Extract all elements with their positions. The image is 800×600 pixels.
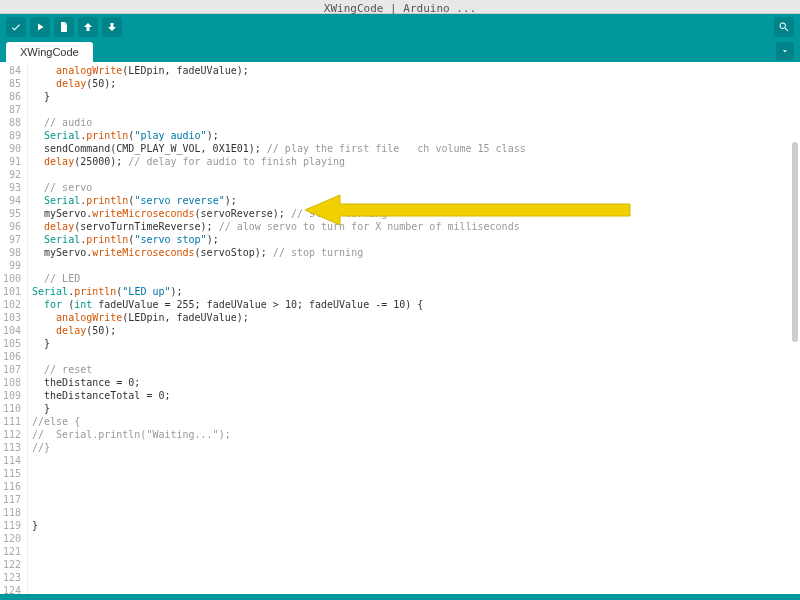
line-number: 123 xyxy=(2,571,21,584)
toolbar xyxy=(0,14,800,40)
line-number: 117 xyxy=(2,493,21,506)
line-number: 112 xyxy=(2,428,21,441)
code-line[interactable] xyxy=(32,103,796,116)
code-line[interactable]: Serial.println("servo stop"); xyxy=(32,233,796,246)
upload-button[interactable] xyxy=(30,17,50,37)
new-button[interactable] xyxy=(54,17,74,37)
line-number: 88 xyxy=(2,116,21,129)
line-number: 92 xyxy=(2,168,21,181)
code-line[interactable]: theDistanceTotal = 0; xyxy=(32,389,796,402)
check-icon xyxy=(10,21,22,33)
line-number: 118 xyxy=(2,506,21,519)
status-bar xyxy=(0,594,800,600)
code-line[interactable] xyxy=(32,480,796,493)
line-number: 106 xyxy=(2,350,21,363)
code-line[interactable] xyxy=(32,350,796,363)
line-number: 116 xyxy=(2,480,21,493)
arrow-up-icon xyxy=(82,21,94,33)
save-button[interactable] xyxy=(102,17,122,37)
code-line[interactable]: } xyxy=(32,337,796,350)
code-line[interactable]: } xyxy=(32,402,796,415)
code-line[interactable] xyxy=(32,571,796,584)
code-line[interactable]: for (int fadeUValue = 255; fadeUValue > … xyxy=(32,298,796,311)
code-line[interactable]: sendCommand(CMD_PLAY_W_VOL, 0X1E01); // … xyxy=(32,142,796,155)
tab-label: XWingCode xyxy=(20,46,79,58)
arrow-right-icon xyxy=(34,21,46,33)
arrow-down-icon xyxy=(106,21,118,33)
code-line[interactable] xyxy=(32,259,796,272)
tab-menu-button[interactable] xyxy=(776,42,794,60)
line-number: 122 xyxy=(2,558,21,571)
line-number: 102 xyxy=(2,298,21,311)
vertical-scrollbar[interactable] xyxy=(792,142,798,342)
line-number: 93 xyxy=(2,181,21,194)
search-icon xyxy=(778,21,790,33)
code-line[interactable]: //else { xyxy=(32,415,796,428)
code-line[interactable] xyxy=(32,545,796,558)
line-number: 90 xyxy=(2,142,21,155)
code-line[interactable]: analogWrite(LEDpin, fadeUValue); xyxy=(32,64,796,77)
code-line[interactable] xyxy=(32,532,796,545)
code-line[interactable]: delay(25000); // delay for audio to fini… xyxy=(32,155,796,168)
line-number: 111 xyxy=(2,415,21,428)
code-line[interactable]: // audio xyxy=(32,116,796,129)
line-number: 94 xyxy=(2,194,21,207)
code-line[interactable]: // Serial.println("Waiting..."); xyxy=(32,428,796,441)
code-line[interactable]: Serial.println("servo reverse"); xyxy=(32,194,796,207)
code-line[interactable] xyxy=(32,493,796,506)
line-number: 89 xyxy=(2,129,21,142)
line-number: 105 xyxy=(2,337,21,350)
line-number: 114 xyxy=(2,454,21,467)
line-number: 119 xyxy=(2,519,21,532)
line-number: 120 xyxy=(2,532,21,545)
code-editor[interactable]: 8485868788899091929394959697989910010110… xyxy=(0,62,800,594)
tab-sketch[interactable]: XWingCode xyxy=(6,42,93,62)
line-number: 96 xyxy=(2,220,21,233)
code-line[interactable]: analogWrite(LEDpin, fadeUValue); xyxy=(32,311,796,324)
line-number: 109 xyxy=(2,389,21,402)
code-line[interactable]: delay(servoTurnTimeReverse); // alow ser… xyxy=(32,220,796,233)
code-line[interactable]: Serial.println("play audio"); xyxy=(32,129,796,142)
code-line[interactable]: delay(50); xyxy=(32,324,796,337)
code-line[interactable]: // reset xyxy=(32,363,796,376)
line-number: 113 xyxy=(2,441,21,454)
line-number: 87 xyxy=(2,103,21,116)
line-number: 103 xyxy=(2,311,21,324)
code-line[interactable]: delay(50); xyxy=(32,77,796,90)
line-number: 85 xyxy=(2,77,21,90)
line-number: 101 xyxy=(2,285,21,298)
line-number: 115 xyxy=(2,467,21,480)
code-line[interactable] xyxy=(32,454,796,467)
code-line[interactable]: Serial.println("LED up"); xyxy=(32,285,796,298)
code-line[interactable]: // LED xyxy=(32,272,796,285)
code-line[interactable]: // servo xyxy=(32,181,796,194)
code-line[interactable]: myServo.writeMicroseconds(servoReverse);… xyxy=(32,207,796,220)
line-number: 107 xyxy=(2,363,21,376)
code-line[interactable] xyxy=(32,558,796,571)
code-line[interactable]: //} xyxy=(32,441,796,454)
window-title: XWingCode | Arduino ... xyxy=(0,0,800,14)
verify-button[interactable] xyxy=(6,17,26,37)
line-number: 91 xyxy=(2,155,21,168)
line-number: 97 xyxy=(2,233,21,246)
code-line[interactable] xyxy=(32,584,796,594)
line-number: 99 xyxy=(2,259,21,272)
line-number: 110 xyxy=(2,402,21,415)
code-line[interactable]: } xyxy=(32,90,796,103)
line-number: 84 xyxy=(2,64,21,77)
code-line[interactable]: theDistance = 0; xyxy=(32,376,796,389)
line-number: 124 xyxy=(2,584,21,594)
line-number: 95 xyxy=(2,207,21,220)
line-number: 104 xyxy=(2,324,21,337)
line-number: 100 xyxy=(2,272,21,285)
line-number: 121 xyxy=(2,545,21,558)
code-line[interactable]: myServo.writeMicroseconds(servoStop); //… xyxy=(32,246,796,259)
code-area[interactable]: analogWrite(LEDpin, fadeUValue); delay(5… xyxy=(28,62,800,594)
code-line[interactable] xyxy=(32,168,796,181)
line-number: 108 xyxy=(2,376,21,389)
code-line[interactable] xyxy=(32,506,796,519)
open-button[interactable] xyxy=(78,17,98,37)
code-line[interactable] xyxy=(32,467,796,480)
serial-monitor-button[interactable] xyxy=(774,17,794,37)
code-line[interactable]: } xyxy=(32,519,796,532)
